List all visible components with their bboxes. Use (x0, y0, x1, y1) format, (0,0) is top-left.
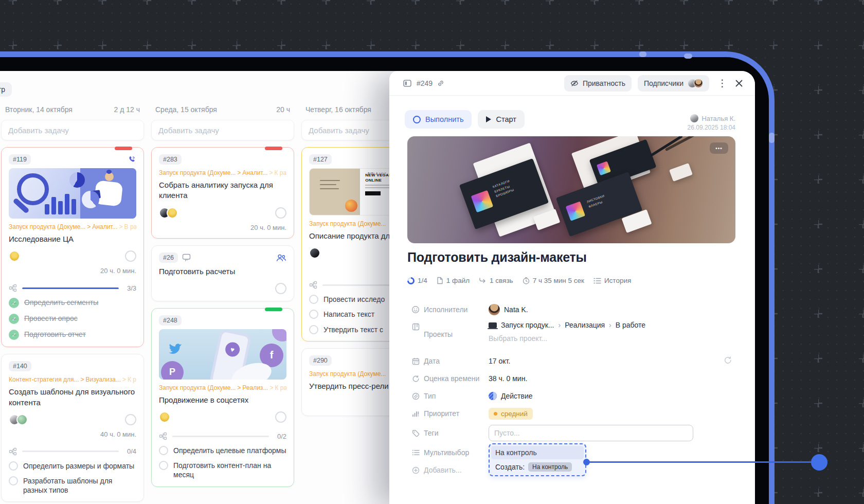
task-title[interactable]: Собрать аналитику запуска для клиента (159, 180, 286, 201)
checklist-item[interactable]: ✓ Подготовить отчет (9, 330, 136, 340)
checklist-item[interactable]: Определить размеры и форматы (9, 461, 136, 471)
progress-fill (22, 287, 119, 289)
checkbox-checked-icon[interactable]: ✓ (9, 330, 19, 340)
dropdown-option[interactable]: На контроль (491, 446, 584, 459)
checklist-item[interactable]: Подготовить контент-план на месяц (159, 461, 286, 479)
privacy-button[interactable]: Приватность (564, 75, 632, 92)
complete-toggle[interactable] (125, 414, 136, 425)
field-type[interactable]: Тип Действие (411, 390, 735, 402)
task-card[interactable]: #119 (1, 147, 144, 347)
checklist-item[interactable]: ✓ Определить сегменты (9, 298, 136, 308)
avatar (16, 414, 28, 425)
card-status-pill (265, 308, 282, 311)
project-crumb[interactable]: Запуск продук... (501, 321, 554, 329)
calendar-icon (411, 357, 420, 365)
add-task-input[interactable] (151, 120, 294, 140)
complete-toggle[interactable] (125, 250, 136, 262)
dropdown-create-row[interactable]: Создать: На контроль (491, 459, 584, 472)
task-card[interactable]: #283 Запуск продукта (Докуме...>Аналит..… (151, 147, 294, 239)
start-timer-button[interactable]: Старт (478, 110, 524, 129)
copy-link-icon[interactable] (437, 80, 444, 87)
field-priority[interactable]: Приоритет средний (411, 407, 735, 420)
project-crumb[interactable]: Реализация (565, 321, 605, 329)
callout-line (586, 461, 819, 463)
breadcrumb[interactable]: Запуск продукта (Докуме...>Реализ...>К р… (159, 384, 286, 391)
field-tags[interactable]: Теги (411, 425, 735, 441)
field-assignees[interactable]: Исполнители Nata K. (411, 303, 735, 316)
phone-icon (127, 155, 136, 164)
clock-icon (523, 277, 530, 284)
card-status-pill (115, 147, 132, 150)
pinterest-icon: P (161, 361, 184, 380)
subtasks-icon (159, 432, 167, 440)
files-count[interactable]: 1 файл (437, 277, 470, 284)
checkbox-checked-icon[interactable]: ✓ (9, 298, 19, 308)
breadcrumb[interactable]: Контент-стратегия для...>Визуализа...>К … (9, 376, 136, 383)
avatar (159, 411, 170, 423)
callout-anchor-dot (583, 459, 590, 465)
complete-button[interactable]: Выполнить (405, 110, 472, 129)
status-ring-icon (413, 116, 421, 123)
collapse-panel-icon[interactable] (403, 79, 412, 88)
task-id-badge: #119 (9, 154, 31, 165)
task-title[interactable]: Подготовить расчеты (159, 266, 286, 277)
task-title[interactable]: Исследование ЦА (9, 234, 136, 244)
task-title[interactable]: Продвижение в соцсетях (159, 395, 286, 405)
field-projects[interactable]: Проекты Запуск продук... › Реализация › … (411, 321, 735, 350)
task-card[interactable]: #140 Контент-стратегия для...>Визуализа.… (1, 354, 144, 502)
board-column-tuesday: Вторник, 14 октября 2 д 12 ч #119 (1, 104, 144, 504)
project-crumb[interactable]: В работе (616, 321, 645, 329)
checkbox-icon[interactable] (159, 461, 168, 470)
subtasks-icon (309, 281, 317, 289)
checklist-item[interactable]: Разработать шаблоны для разных типов (9, 476, 136, 495)
time-tracked[interactable]: 7 ч 35 мин 5 сек (523, 277, 584, 284)
task-id-badge: #290 (309, 355, 332, 366)
field-estimate[interactable]: Оценка времени 38 ч. 0 мин. (411, 372, 735, 385)
subtask-progress[interactable]: 1/4 (407, 277, 427, 284)
task-title[interactable]: Создать шаблоны для визуального контента (9, 387, 136, 408)
checkbox-icon[interactable] (309, 310, 318, 319)
select-project-placeholder[interactable]: Выбрать проект... (489, 334, 645, 343)
tags-input[interactable] (489, 425, 693, 441)
checklist-item[interactable]: ✓ Провести опрос (9, 314, 136, 324)
field-date[interactable]: Дата 17 окт. (411, 355, 735, 367)
breadcrumb[interactable]: Запуск продукта (Докуме...>Аналит...>К р… (159, 169, 286, 176)
create-value-badge: На контроль (528, 462, 572, 472)
task-card[interactable]: #248 P f ♥ За (151, 308, 294, 487)
task-card[interactable]: #26 Подготовить расчеты (151, 245, 294, 301)
task-id-badge: #26 (159, 253, 178, 263)
complete-toggle[interactable] (275, 207, 286, 219)
task-cover-image: P f ♥ (159, 329, 286, 380)
progress-bar (22, 287, 119, 289)
checkbox-checked-icon[interactable]: ✓ (9, 314, 19, 324)
checkbox-icon[interactable] (159, 446, 168, 455)
avatar (694, 79, 703, 88)
complete-toggle[interactable] (275, 283, 286, 294)
callout-cursor-dot[interactable] (811, 454, 827, 471)
checkbox-icon[interactable] (309, 325, 318, 334)
column-time: 20 ч (276, 105, 290, 114)
task-cover-image[interactable]: КАТАЛОГИ БУКЛЕТЫ БРОШЮРЫ ЛИСТОВКИ ФЛАЕРЫ… (407, 136, 735, 243)
checkbox-icon[interactable] (309, 295, 318, 304)
author-block: Наталья К. 26.09.2025 18:04 (688, 114, 735, 131)
cover-more-button[interactable]: ••• (710, 142, 728, 154)
breadcrumb[interactable]: Запуск продукта (Докуме...>Аналит...>В р… (9, 223, 136, 230)
checklist-item[interactable]: Определить целевые платформы (159, 446, 286, 455)
complete-toggle[interactable] (275, 411, 286, 423)
priority-badge[interactable]: средний (489, 408, 533, 420)
action-type-icon (489, 392, 497, 400)
task-title[interactable]: Подготовить дизайн-макеты (407, 250, 587, 265)
checkbox-icon[interactable] (9, 461, 18, 471)
checkbox-icon[interactable] (9, 476, 18, 485)
links-count[interactable]: 1 связь (479, 277, 513, 284)
filter-button[interactable]: Фильтр (0, 82, 12, 97)
close-icon[interactable] (735, 80, 743, 87)
add-task-input[interactable] (1, 120, 144, 140)
author-name: Наталья К. (701, 115, 735, 122)
history-link[interactable]: История (593, 277, 631, 284)
smiley-icon (411, 305, 420, 314)
subscribers-button[interactable]: Подписчики (638, 75, 709, 92)
more-menu-icon[interactable]: ⋮ (715, 78, 729, 88)
repeat-date-icon[interactable] (724, 356, 732, 365)
task-id-badge: #248 (159, 315, 182, 326)
